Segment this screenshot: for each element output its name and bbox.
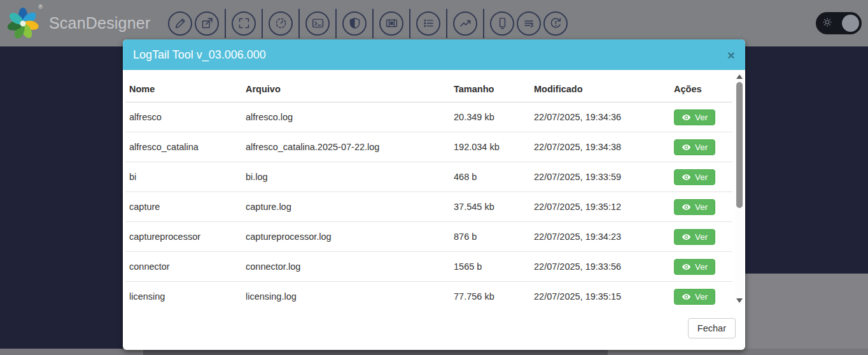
- scrollbar-thumb[interactable]: [736, 82, 743, 208]
- cell-tamanho: 1565 b: [450, 252, 530, 282]
- cell-nome: bi: [125, 162, 242, 192]
- cell-arquivo: captureprocessor.log: [242, 222, 450, 252]
- cell-modificado: 22/07/2025, 19:35:12: [530, 192, 670, 222]
- eye-icon: [682, 202, 691, 212]
- terminal-icon: [311, 17, 325, 30]
- open-external-icon: [200, 17, 214, 30]
- toolbar-divider: [262, 9, 263, 38]
- modal-title: LogTail Tool v_03.006.000: [133, 48, 266, 62]
- cell-arquivo: connector.log: [242, 252, 450, 282]
- cell-acoes: Ver: [670, 222, 732, 252]
- clock-alert-icon: [549, 17, 563, 30]
- table-header-row: Nome Arquivo Tamanho Modificado Ações: [125, 75, 732, 102]
- logtail-modal: LogTail Tool v_03.006.000 × Nome Arquivo…: [123, 39, 745, 350]
- ver-button[interactable]: Ver: [674, 169, 715, 185]
- ver-button[interactable]: Ver: [674, 109, 715, 125]
- eye-icon: [682, 172, 691, 182]
- toolbar-button-log-lines-icon[interactable]: [517, 11, 541, 36]
- cell-nome: captureprocessor: [125, 222, 242, 252]
- list-icon: [422, 17, 435, 30]
- ver-button[interactable]: Ver: [674, 139, 715, 155]
- column-tamanho: Tamanho: [450, 75, 530, 102]
- film-icon: [385, 17, 398, 30]
- modal-scrollbar[interactable]: [735, 73, 743, 305]
- toolbar-divider: [298, 9, 300, 38]
- cell-tamanho: 20.349 kb: [450, 102, 530, 132]
- toolbar-button-mobile-icon[interactable]: [490, 11, 514, 36]
- column-modificado: Modificado: [530, 75, 670, 102]
- alfresco-logo: ®: [4, 5, 41, 42]
- toolbar-divider: [483, 9, 484, 38]
- toolbar-divider: [335, 9, 337, 38]
- cell-nome: licensing: [125, 282, 242, 308]
- log-files-table: Nome Arquivo Tamanho Modificado Ações al…: [125, 75, 732, 307]
- cell-tamanho: 468 b: [450, 162, 530, 192]
- column-arquivo: Arquivo: [242, 75, 450, 102]
- toolbar-button-open-external-icon[interactable]: [195, 11, 219, 36]
- theme-toggle[interactable]: [816, 12, 862, 34]
- fullscreen-icon: [237, 17, 251, 30]
- cell-arquivo: alfresco_catalina.2025-07-22.log: [242, 132, 450, 162]
- eye-icon: [682, 232, 691, 242]
- log-lines-icon: [522, 17, 536, 30]
- eye-icon: [682, 292, 691, 302]
- toolbar-button-terminal-icon[interactable]: [305, 11, 330, 36]
- trend-chart-icon: [459, 17, 472, 30]
- cell-acoes: Ver: [670, 132, 732, 162]
- toolbar-button-clock-alert-icon[interactable]: [543, 11, 568, 36]
- cell-acoes: Ver: [670, 252, 732, 282]
- cell-modificado: 22/07/2025, 19:34:36: [530, 102, 670, 132]
- table-row: captureprocessor captureprocessor.log 87…: [125, 222, 732, 252]
- toolbar-button-timer-icon[interactable]: [269, 11, 293, 36]
- cell-acoes: Ver: [670, 162, 732, 192]
- toolbar-divider: [409, 9, 410, 38]
- close-icon[interactable]: ×: [727, 48, 735, 62]
- toolbar-button-pencil-icon[interactable]: [168, 11, 192, 36]
- scroll-up-arrow[interactable]: [736, 74, 743, 79]
- toolbar-button-shield-icon[interactable]: [342, 11, 367, 36]
- toolbar-button-fullscreen-icon[interactable]: [232, 11, 256, 36]
- table-row: alfresco_catalina alfresco_catalina.2025…: [125, 132, 732, 162]
- cell-arquivo: capture.log: [242, 192, 450, 222]
- toolbar-button-film-icon[interactable]: [379, 11, 403, 36]
- modal-footer: Fechar: [123, 307, 745, 350]
- cell-nome: connector: [125, 252, 242, 282]
- brand-title: ScanDesigner: [49, 14, 150, 32]
- toolbar-button-trend-chart-icon[interactable]: [453, 11, 477, 36]
- fechar-button[interactable]: Fechar: [688, 318, 736, 338]
- header-toolbar: [168, 9, 568, 38]
- ver-button[interactable]: Ver: [674, 229, 715, 245]
- cell-modificado: 22/07/2025, 19:33:59: [530, 162, 670, 192]
- cell-arquivo: bi.log: [242, 162, 450, 192]
- cell-arquivo: alfresco.log: [242, 102, 450, 132]
- eye-icon: [682, 262, 691, 272]
- toolbar-divider: [225, 9, 226, 38]
- ver-button[interactable]: Ver: [674, 259, 715, 275]
- cell-acoes: Ver: [670, 102, 732, 132]
- modal-header: LogTail Tool v_03.006.000 ×: [123, 39, 745, 70]
- cell-acoes: Ver: [670, 282, 732, 308]
- table-row: licensing licensing.log 77.756 kb 22/07/…: [125, 282, 732, 308]
- sun-icon: [822, 17, 833, 31]
- cell-modificado: 22/07/2025, 19:34:38: [530, 132, 670, 162]
- table-row: bi bi.log 468 b 22/07/2025, 19:33:59 Ver: [125, 162, 732, 192]
- toggle-knob[interactable]: [842, 15, 859, 32]
- table-row: capture capture.log 37.545 kb 22/07/2025…: [125, 192, 732, 222]
- ver-button[interactable]: Ver: [674, 199, 715, 215]
- registered-mark: ®: [38, 4, 43, 10]
- cell-acoes: Ver: [670, 192, 732, 222]
- shield-icon: [348, 17, 361, 30]
- ver-button[interactable]: Ver: [674, 289, 715, 305]
- toolbar-button-list-icon[interactable]: [416, 11, 440, 36]
- scroll-down-arrow[interactable]: [736, 298, 743, 303]
- cell-tamanho: 77.756 kb: [450, 282, 530, 308]
- mobile-icon: [496, 17, 509, 30]
- cell-nome: alfresco: [125, 102, 242, 132]
- pencil-icon: [174, 17, 187, 30]
- cell-nome: capture: [125, 192, 242, 222]
- modal-body: Nome Arquivo Tamanho Modificado Ações al…: [123, 70, 745, 307]
- cell-arquivo: licensing.log: [242, 282, 450, 308]
- eye-icon: [682, 113, 691, 122]
- table-row: connector connector.log 1565 b 22/07/202…: [125, 252, 732, 282]
- cell-modificado: 22/07/2025, 19:34:23: [530, 222, 670, 252]
